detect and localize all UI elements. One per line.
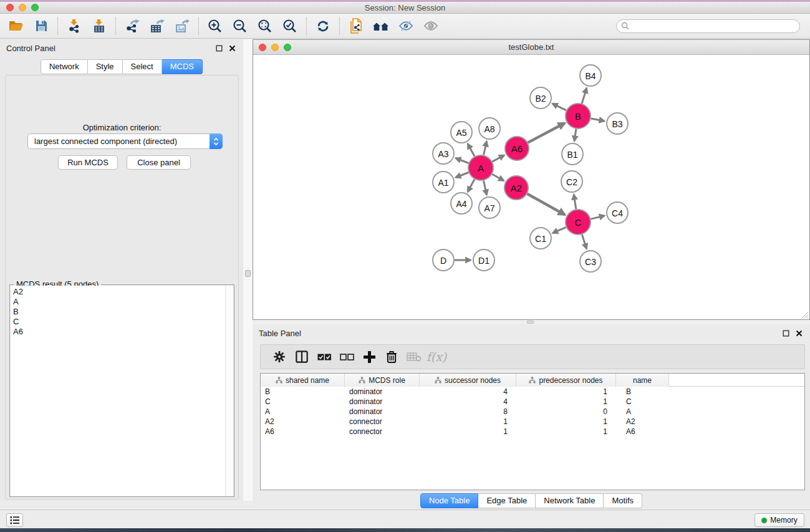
edge-A-A6[interactable]: [493, 155, 504, 162]
edge-C-C3[interactable]: [582, 235, 586, 249]
import-table-button[interactable]: [87, 16, 112, 37]
column-header-mcds-role[interactable]: MCDS role: [345, 374, 420, 387]
close-panel-action-button[interactable]: Close panel: [127, 155, 191, 170]
column-header-name[interactable]: name: [616, 374, 669, 387]
table-cell[interactable]: A2: [616, 417, 669, 427]
show-columns-button[interactable]: [291, 347, 313, 367]
delete-column-button[interactable]: [380, 347, 403, 367]
table-cell[interactable]: B: [616, 387, 669, 397]
table-cell[interactable]: 1: [516, 387, 616, 397]
table-cell[interactable]: 1: [516, 397, 616, 407]
table-cell[interactable]: C: [261, 397, 345, 407]
resize-grip-icon[interactable]: [801, 311, 809, 319]
edge-C-C4[interactable]: [591, 216, 604, 219]
edge-A-A8[interactable]: [484, 141, 487, 155]
criterion-dropdown[interactable]: largest connected component (directed): [27, 133, 223, 149]
vertical-splitter-grip[interactable]: [245, 270, 251, 277]
mcds-result-item[interactable]: B: [13, 307, 225, 317]
table-settings-button[interactable]: [268, 347, 291, 367]
edge-B-B3[interactable]: [591, 118, 605, 121]
edge-A-A4[interactable]: [468, 179, 475, 191]
table-cell[interactable]: C: [616, 397, 669, 407]
table-row[interactable]: A6connector11A6: [261, 427, 804, 437]
edge-A2-C[interactable]: [527, 194, 565, 215]
run-mcds-button[interactable]: Run MCDS: [58, 155, 118, 170]
table-cell[interactable]: 4: [420, 397, 516, 407]
zoom-fit-button[interactable]: [253, 16, 277, 37]
tab-network-table[interactable]: Network Table: [536, 493, 604, 508]
table-cell[interactable]: 0: [516, 407, 616, 417]
column-header-shared-name[interactable]: shared name: [261, 374, 345, 387]
table-cell[interactable]: A2: [261, 417, 345, 427]
table-cell[interactable]: 4: [420, 387, 516, 397]
edge-C-C2[interactable]: [574, 195, 576, 209]
table-cell[interactable]: A: [616, 407, 669, 417]
mcds-result-item[interactable]: A6: [13, 327, 225, 337]
deselect-all-button[interactable]: [335, 347, 358, 367]
delete-table-button[interactable]: [403, 347, 425, 367]
open-session-button[interactable]: [4, 16, 29, 37]
create-column-button[interactable]: [358, 347, 380, 367]
show-graphics-details-button[interactable]: [418, 16, 443, 37]
table-cell[interactable]: connector: [345, 427, 420, 437]
column-header-successor-nodes[interactable]: successor nodes: [420, 374, 516, 387]
table-float-button[interactable]: [781, 329, 791, 338]
function-builder-button[interactable]: f(x): [425, 347, 448, 367]
column-header-predecessor-nodes[interactable]: predecessor nodes: [516, 374, 616, 387]
table-cell[interactable]: 1: [516, 417, 616, 427]
table-cell[interactable]: connector: [345, 417, 420, 427]
export-network-button[interactable]: [120, 16, 145, 37]
mcds-result-item[interactable]: A: [13, 297, 225, 307]
select-all-button[interactable]: [313, 347, 335, 367]
search-input[interactable]: [632, 21, 799, 32]
tab-node-table[interactable]: Node Table: [420, 493, 479, 508]
zoom-in-button[interactable]: [203, 16, 228, 37]
export-table-button[interactable]: [145, 16, 170, 37]
table-cell[interactable]: 8: [420, 407, 516, 417]
network-canvas[interactable]: AA1A2A3A4A5A6A7A8BB1B2B3B4CC1C2C3C4DD1: [253, 55, 809, 319]
hide-graphics-details-button[interactable]: [393, 16, 418, 37]
mcds-result-item[interactable]: A2: [13, 287, 225, 297]
float-panel-button[interactable]: [215, 44, 224, 53]
edge-A-A1[interactable]: [456, 173, 469, 178]
table-cell[interactable]: A6: [261, 427, 345, 437]
table-cell[interactable]: dominator: [345, 387, 420, 397]
memory-button[interactable]: Memory: [755, 513, 804, 527]
close-panel-button[interactable]: [228, 44, 237, 53]
edge-B-B4[interactable]: [582, 88, 587, 104]
table-cell[interactable]: 1: [420, 427, 516, 437]
horizontal-splitter-grip[interactable]: [527, 321, 534, 324]
table-cell[interactable]: dominator: [345, 407, 420, 417]
edge-A-A3[interactable]: [456, 158, 469, 163]
edge-C-C1[interactable]: [552, 227, 566, 233]
tab-edge-table[interactable]: Edge Table: [478, 493, 536, 508]
zoom-selected-button[interactable]: [277, 16, 302, 37]
apply-layout-button[interactable]: [311, 16, 335, 37]
tab-network[interactable]: Network: [41, 59, 88, 74]
tab-style[interactable]: Style: [88, 59, 123, 74]
table-row[interactable]: Cdominator41C: [261, 397, 804, 407]
edge-A-A5[interactable]: [468, 143, 475, 156]
edge-B-B1[interactable]: [574, 129, 576, 141]
edge-A-A7[interactable]: [483, 181, 486, 195]
mcds-list-scrollbar[interactable]: [225, 286, 233, 496]
save-session-button[interactable]: [29, 16, 54, 37]
edge-B-B2[interactable]: [552, 104, 566, 110]
table-cell[interactable]: B: [261, 387, 345, 397]
table-cell[interactable]: 1: [516, 427, 616, 437]
edge-A6-B[interactable]: [528, 123, 565, 142]
table-cell[interactable]: A6: [616, 427, 669, 437]
edge-A-A2[interactable]: [492, 174, 504, 180]
zoom-out-button[interactable]: [228, 16, 253, 37]
network-file-button[interactable]: [344, 16, 369, 37]
table-cell[interactable]: A: [261, 407, 345, 417]
tab-motifs[interactable]: Motifs: [604, 493, 642, 508]
table-row[interactable]: Adominator80A: [261, 407, 804, 417]
import-network-button[interactable]: [62, 16, 87, 37]
task-history-button[interactable]: [6, 513, 23, 527]
home-view-button[interactable]: [369, 16, 393, 37]
tab-mcds[interactable]: MCDS: [162, 59, 203, 74]
table-cell[interactable]: dominator: [345, 397, 420, 407]
table-close-button[interactable]: [794, 329, 804, 338]
mcds-result-item[interactable]: C: [13, 317, 225, 327]
